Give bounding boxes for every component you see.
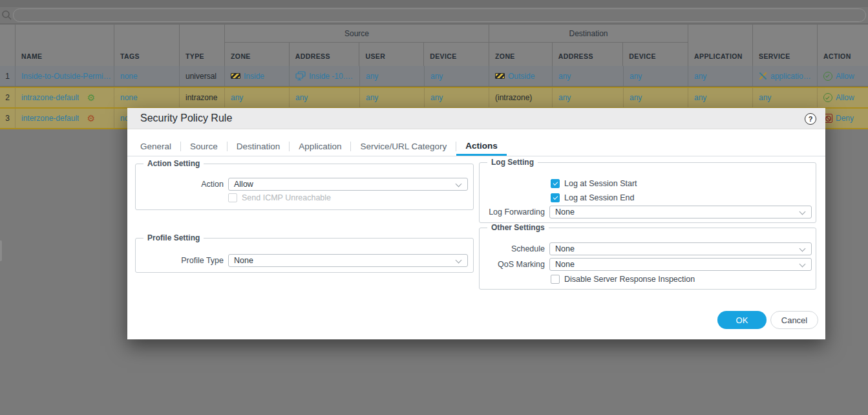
col-name[interactable]: NAME <box>16 25 114 66</box>
action-cell[interactable]: Allow <box>818 88 868 107</box>
dst-address-cell[interactable]: any <box>553 88 624 107</box>
type-cell: universal <box>180 66 225 86</box>
src-address-cell[interactable]: Inside -10.1.1.0 <box>290 66 360 86</box>
other-settings-group: Other Settings Schedule None QoS Marking… <box>479 228 816 290</box>
group-label-source: Source <box>225 25 489 43</box>
send-icmp-unreachable-row: Send ICMP Unreachable <box>228 193 331 202</box>
dialog-tabs: General Source Destination Application S… <box>127 137 825 156</box>
tab-source[interactable]: Source <box>181 137 227 156</box>
src-zone-cell[interactable]: Inside <box>225 66 290 86</box>
col-application[interactable]: APPLICATION <box>688 25 753 66</box>
dsri-label: Disable Server Response Inspection <box>564 275 695 284</box>
tab-general[interactable]: General <box>140 137 180 156</box>
chevron-down-icon <box>799 246 806 252</box>
chevron-down-icon <box>456 181 462 187</box>
profile-type-select[interactable]: None <box>228 254 468 267</box>
qos-marking-select[interactable]: None <box>549 258 812 271</box>
log-session-start-checkbox[interactable] <box>551 179 560 188</box>
zone-icon <box>231 73 240 79</box>
col-rownum[interactable] <box>0 25 16 66</box>
col-src-address[interactable]: ADDRESS <box>290 43 360 66</box>
col-src-device[interactable]: DEVICE <box>424 43 489 66</box>
col-service[interactable]: SERVICE <box>753 25 818 66</box>
rule-name-link[interactable]: interzone-default⚙ <box>16 109 114 128</box>
gear-icon[interactable]: ⚙ <box>87 114 95 123</box>
dst-zone-cell[interactable]: Outside <box>489 66 553 86</box>
action-setting-legend: Action Setting <box>143 159 204 168</box>
log-forwarding-select[interactable]: None <box>549 206 812 218</box>
action-cell[interactable]: Allow <box>818 66 868 86</box>
service-cell[interactable]: any <box>753 88 818 107</box>
group-label-destination: Destination <box>489 25 688 43</box>
row-number: 1 <box>0 66 16 86</box>
dialog-header: Security Policy Rule <box>127 108 825 129</box>
log-session-end-checkbox[interactable] <box>551 193 560 202</box>
log-setting-legend: Log Setting <box>487 158 538 167</box>
search-icon <box>1 10 12 21</box>
log-setting-group: Log Setting Log at Session Start Log at … <box>479 162 816 223</box>
table-row[interactable]: 2 intrazone-default⚙ none intrazone any … <box>0 87 868 107</box>
col-src-zone[interactable]: ZONE <box>225 43 290 66</box>
tab-service-url-category[interactable]: Service/URL Category <box>351 137 456 156</box>
rule-name-link[interactable]: Inside-to-Outside-Permit-All <box>16 66 114 86</box>
src-device-cell[interactable]: any <box>425 88 489 107</box>
security-policy-rule-dialog: Security Policy Rule ? General Source De… <box>127 108 825 339</box>
table-row[interactable]: 1 Inside-to-Outside-Permit-All none univ… <box>0 66 868 87</box>
dsri-checkbox[interactable] <box>551 275 560 284</box>
rule-name-link[interactable]: intrazone-default⚙ <box>16 88 114 107</box>
src-address-cell[interactable]: any <box>290 88 360 107</box>
top-strip <box>0 0 868 7</box>
other-settings-legend: Other Settings <box>487 223 549 232</box>
ok-button[interactable]: OK <box>717 311 767 329</box>
col-type[interactable]: TYPE <box>180 25 225 66</box>
help-icon[interactable]: ? <box>805 113 816 125</box>
col-tags[interactable]: TAGS <box>114 25 180 66</box>
allow-icon <box>823 72 832 81</box>
left-panel-handle[interactable] <box>0 240 2 261</box>
row-number: 2 <box>0 88 16 107</box>
chevron-down-icon <box>799 261 806 268</box>
application-cell[interactable]: any <box>688 66 753 86</box>
qos-marking-label: QoS Marking <box>480 260 545 269</box>
log-session-end-row: Log at Session End <box>551 193 634 202</box>
col-dst-device[interactable]: DEVICE <box>623 43 688 66</box>
application-cell[interactable]: any <box>688 88 753 107</box>
action-setting-group: Action Setting Action Allow Send ICMP Un… <box>135 164 474 210</box>
cancel-button[interactable]: Cancel <box>770 311 818 329</box>
crossed-tools-icon <box>759 72 767 80</box>
tags-cell[interactable]: none <box>114 66 180 86</box>
table-header: NAME TAGS TYPE Source ZONE ADDRESS USER … <box>0 24 868 66</box>
search-input[interactable] <box>13 8 866 22</box>
src-zone-cell[interactable]: any <box>225 88 290 107</box>
service-cell[interactable]: application-... <box>753 66 818 86</box>
tab-application[interactable]: Application <box>290 137 350 156</box>
col-dst-zone[interactable]: ZONE <box>489 43 553 66</box>
col-action[interactable]: ACTION <box>818 25 868 66</box>
action-label: Action <box>136 180 224 189</box>
dst-address-cell[interactable]: any <box>553 66 624 86</box>
tab-actions[interactable]: Actions <box>456 137 507 156</box>
log-session-start-row: Log at Session Start <box>551 179 637 188</box>
src-device-cell[interactable]: any <box>425 66 489 86</box>
dialog-title: Security Policy Rule <box>140 112 232 124</box>
gear-icon[interactable]: ⚙ <box>87 93 95 102</box>
tab-destination[interactable]: Destination <box>228 137 290 156</box>
send-icmp-unreachable-checkbox[interactable] <box>228 193 237 202</box>
log-session-start-label: Log at Session Start <box>564 179 637 188</box>
schedule-select[interactable]: None <box>549 242 812 255</box>
src-user-cell[interactable]: any <box>360 88 425 107</box>
src-user-cell[interactable]: any <box>360 66 425 86</box>
action-select[interactable]: Allow <box>228 178 468 191</box>
col-group-source: Source ZONE ADDRESS USER DEVICE <box>225 25 489 66</box>
dst-device-cell[interactable]: any <box>624 88 688 107</box>
tags-cell[interactable]: none <box>114 88 180 107</box>
dst-device-cell[interactable]: any <box>624 66 688 86</box>
type-cell: intrazone <box>180 88 225 107</box>
log-forwarding-label: Log Forwarding <box>480 208 545 217</box>
col-dst-address[interactable]: ADDRESS <box>553 43 624 66</box>
schedule-label: Schedule <box>480 244 545 253</box>
row-number: 3 <box>0 109 16 128</box>
chevron-down-icon <box>456 257 462 264</box>
col-group-destination: Destination ZONE ADDRESS DEVICE <box>489 25 688 66</box>
col-src-user[interactable]: USER <box>359 43 424 66</box>
